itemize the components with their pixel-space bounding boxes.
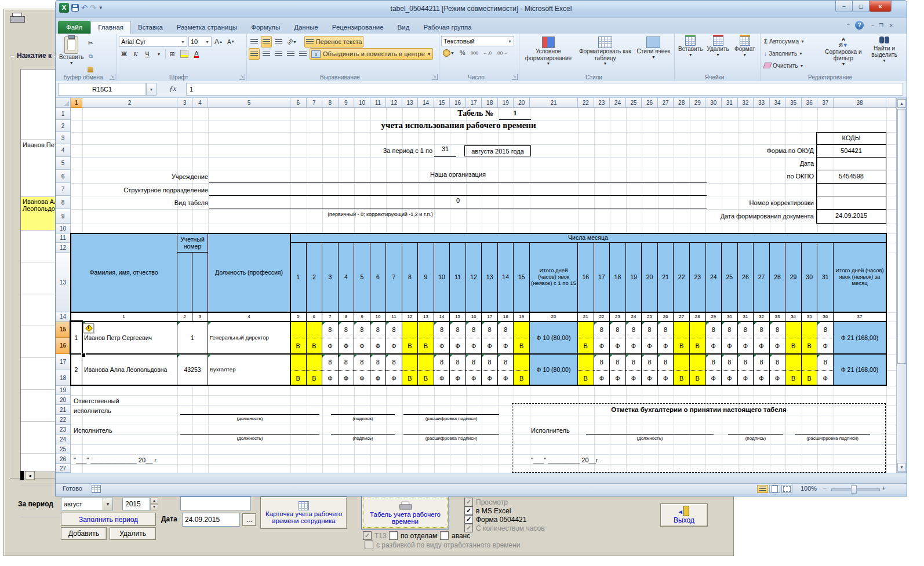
row-header[interactable]: 14 xyxy=(56,312,71,322)
format-cells-button[interactable]: Формат ▼ xyxy=(732,35,758,59)
column-header[interactable]: 24 xyxy=(610,98,626,108)
error-smart-tag[interactable]: ! xyxy=(83,323,94,333)
checkbox-icon[interactable]: ✓ xyxy=(464,498,473,506)
month-select[interactable]: август ▼ xyxy=(61,498,113,510)
day-cell[interactable]: 8Ф xyxy=(658,354,674,386)
fx-icon[interactable]: ƒx xyxy=(169,84,176,93)
day-cell[interactable]: 8Ф xyxy=(610,354,626,386)
column-header[interactable]: 19 xyxy=(498,98,514,108)
paste-button[interactable]: Вставить ▼ xyxy=(57,35,85,75)
column-header[interactable]: 23 xyxy=(594,98,610,108)
align-middle-icon[interactable] xyxy=(261,36,272,48)
row-header[interactable]: 26 xyxy=(56,454,71,464)
row-header[interactable]: 18 xyxy=(56,370,71,386)
zoom-slider-thumb[interactable] xyxy=(851,485,857,494)
day-cell[interactable]: 8Ф xyxy=(482,322,498,354)
day-cell[interactable]: 8Ф xyxy=(770,322,786,354)
day-cell[interactable]: В xyxy=(578,354,594,386)
page-layout-view-icon[interactable] xyxy=(769,485,780,493)
column-header[interactable]: 6 xyxy=(290,98,307,108)
dialog-launcher-icon[interactable]: ↘ xyxy=(432,74,438,80)
undo-icon[interactable]: ↶ xyxy=(81,3,88,13)
total-month-cell[interactable]: Ф 21 (168,00) xyxy=(834,322,886,354)
codes-value[interactable]: 5454598 xyxy=(816,173,886,180)
day-cell[interactable]: 8Ф xyxy=(322,354,339,386)
column-header[interactable]: 1 xyxy=(71,98,82,108)
day-cell[interactable]: 8Ф xyxy=(482,354,498,386)
column-header[interactable]: 18 xyxy=(482,98,498,108)
checkbox-t13[interactable]: ✓ Т13 xyxy=(363,531,387,540)
day-cell[interactable]: В xyxy=(307,322,323,354)
day-cell[interactable]: 8Ф xyxy=(498,354,514,386)
print-toolbar-icon[interactable] xyxy=(10,13,24,23)
day-cell[interactable]: 8Ф xyxy=(434,322,450,354)
checkbox-icon[interactable] xyxy=(365,541,373,549)
column-header[interactable]: 35 xyxy=(785,98,802,108)
day-cell[interactable]: В xyxy=(690,322,706,354)
spin-down-icon[interactable]: ▼ xyxy=(150,504,158,510)
checkbox-avans[interactable]: аванс xyxy=(440,531,470,540)
scroll-down-icon[interactable]: ▼ xyxy=(897,463,906,472)
column-header[interactable]: 26 xyxy=(642,98,658,108)
column-header[interactable]: 10 xyxy=(354,98,370,108)
checkbox-icon[interactable]: ✓ xyxy=(464,506,473,515)
hidden-input[interactable] xyxy=(180,496,251,510)
row-header[interactable]: 17 xyxy=(56,354,71,370)
chevron-down-icon[interactable]: ▼ xyxy=(103,498,112,510)
day-cell[interactable]: В xyxy=(402,354,419,386)
codes-value[interactable]: 504421 xyxy=(816,147,886,154)
year-field[interactable]: 2015 xyxy=(122,498,150,510)
codes-value[interactable]: 24.09.2015 xyxy=(816,212,886,219)
day-cell[interactable]: 8Ф xyxy=(754,354,770,386)
align-bottom-icon[interactable] xyxy=(273,36,284,48)
ribbon-tab-формулы[interactable]: Формулы xyxy=(244,21,287,34)
help-icon[interactable]: ? xyxy=(855,21,864,30)
column-header[interactable]: 7 xyxy=(307,98,323,108)
increase-decimal-icon[interactable]: ←,0 xyxy=(481,47,493,59)
day-cell[interactable]: 8Ф xyxy=(339,322,355,354)
fill-button[interactable]: ↓ Заполнить ▼ xyxy=(762,48,822,59)
day-cell[interactable]: В xyxy=(290,354,307,386)
ribbon-tab-рабочая-группа[interactable]: Рабочая группа xyxy=(416,21,478,34)
day-cell[interactable]: 8Ф xyxy=(466,322,482,354)
decrease-indent-icon[interactable] xyxy=(285,48,296,60)
thousands-icon[interactable]: 000 xyxy=(469,47,480,59)
day-cell[interactable]: 8Ф xyxy=(450,322,466,354)
doc-title-label[interactable]: Табель № xyxy=(319,109,493,118)
day-cell[interactable]: В xyxy=(690,354,706,386)
column-header[interactable]: 11 xyxy=(370,98,387,108)
day-cell[interactable]: В xyxy=(290,322,307,354)
row-header[interactable]: 12 xyxy=(56,243,71,253)
column-header[interactable]: 33 xyxy=(754,98,770,108)
day-cell[interactable]: В xyxy=(402,322,419,354)
ribbon-tab-file[interactable]: Файл xyxy=(58,21,90,34)
total-15-cell[interactable]: Ф 10 (80,00) xyxy=(530,322,578,354)
conditional-formatting-button[interactable]: Условное форматирование ▼ xyxy=(521,35,576,67)
date-field[interactable]: 24.09.2015 xyxy=(182,513,240,527)
checkbox-icon[interactable]: ✓ xyxy=(464,515,473,524)
day-cell[interactable]: 8Ф xyxy=(354,322,370,354)
chevron-down-icon[interactable]: ▼ xyxy=(154,48,164,60)
day-cell[interactable]: 8Ф xyxy=(817,354,834,386)
day-cell[interactable]: 8Ф xyxy=(626,354,642,386)
period-day[interactable]: 31 xyxy=(434,145,456,157)
column-header[interactable]: 9 xyxy=(339,98,355,108)
column-header[interactable]: 4 xyxy=(192,98,208,108)
employee-position-cell[interactable]: Генеральный директор xyxy=(208,322,290,354)
name-box-dropdown-icon[interactable]: ▼ xyxy=(146,83,157,96)
day-cell[interactable]: 8Ф xyxy=(817,322,834,354)
workbook-minimize-icon[interactable]: − xyxy=(871,23,874,28)
font-name-select[interactable]: Arial Cyr ▼ xyxy=(119,36,187,47)
day-cell[interactable]: В xyxy=(674,322,690,354)
vertical-scroll-thumb[interactable] xyxy=(897,109,906,364)
macro-record-icon[interactable] xyxy=(92,485,101,493)
row-header[interactable]: 27 xyxy=(56,464,71,473)
tabel-type-line[interactable]: 0 xyxy=(209,197,707,209)
day-cell[interactable]: В xyxy=(785,322,802,354)
column-header[interactable]: 30 xyxy=(705,98,722,108)
employee-account-cell[interactable]: 1 xyxy=(177,322,208,354)
checkbox-breakdown[interactable]: с разбивкой по виду отработанного времен… xyxy=(365,541,520,549)
checkbox-icon[interactable] xyxy=(440,531,449,540)
dialog-launcher-icon[interactable]: ↘ xyxy=(239,74,245,80)
employee-position-cell[interactable]: Бухгалтер xyxy=(208,354,290,386)
